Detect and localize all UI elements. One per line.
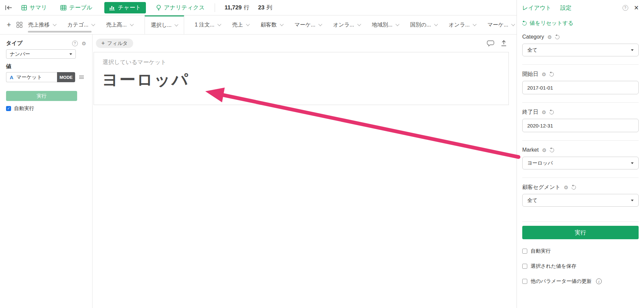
reset-values-label: 値をリセットする (530, 20, 574, 27)
aggregation-mode-badge[interactable]: MODE (57, 72, 75, 82)
chart-tab[interactable]: 国別の... (410, 15, 437, 34)
table-grid-icon (60, 5, 66, 10)
chart-config-sidebar: タイプ ? ⚙ ナンバー 値 A マーケット MODE 実行 ✓ 自動実行 (0, 35, 93, 308)
close-icon[interactable]: × (634, 4, 639, 12)
gear-icon[interactable]: ⚙ (542, 110, 546, 115)
chevron-down-icon[interactable] (246, 22, 250, 26)
sidebar-run-button[interactable]: 実行 (6, 91, 77, 101)
chart-tab[interactable]: 地域別... (372, 15, 399, 34)
save-selected-values-checkbox[interactable] (522, 264, 527, 269)
autorun-checkbox[interactable]: ✓ (6, 106, 11, 111)
chevron-down-icon[interactable] (512, 22, 515, 26)
tab-table[interactable]: テーブル (60, 4, 92, 11)
refresh-icon[interactable] (554, 34, 560, 40)
chevron-down-icon[interactable] (280, 22, 283, 26)
add-filter-button[interactable]: + フィルタ (96, 39, 133, 48)
chart-tab[interactable]: オンラ... (449, 15, 476, 34)
chart-tab-label: カテゴ... (67, 21, 88, 29)
chart-tab-label: 1 注文... (195, 21, 214, 29)
panel-tab-settings[interactable]: 設定 (560, 4, 572, 12)
chart-tab-active[interactable]: 選択し... (145, 15, 184, 34)
chevron-down-icon[interactable] (217, 22, 221, 26)
gear-icon[interactable]: ⚙ (542, 72, 546, 77)
param-select-market[interactable]: ヨーロッパ (522, 157, 639, 169)
back-arrow-icon (5, 4, 13, 11)
chart-tab[interactable]: マーケ... (487, 15, 515, 34)
chevron-down-icon[interactable] (434, 22, 438, 26)
chevron-down-icon[interactable] (130, 22, 133, 26)
tab-chart-label: チャート (118, 4, 141, 11)
param-value-category: 全て (527, 47, 537, 53)
row-unit: 行 (244, 4, 249, 11)
caret-down-icon (631, 49, 634, 51)
chart-tab-label: 選択し... (151, 22, 172, 29)
chart-tab[interactable]: 売上 (232, 15, 249, 34)
chevron-down-icon[interactable] (53, 22, 56, 26)
refresh-icon[interactable] (549, 147, 555, 153)
refresh-icon[interactable] (571, 184, 577, 190)
add-chart-button[interactable]: + (7, 21, 11, 29)
autorun-label: 自動実行 (531, 248, 551, 254)
chevron-down-icon[interactable] (319, 22, 322, 26)
value-label: 値 (6, 63, 11, 70)
tabstrip-scrollbar[interactable] (28, 31, 92, 33)
section-divider (522, 221, 639, 222)
param-select-category[interactable]: 全て (522, 44, 639, 56)
chevron-down-icon[interactable] (175, 22, 178, 26)
section-divider (522, 64, 639, 65)
gear-icon[interactable]: ⚙ (82, 41, 86, 46)
chart-tab-label: 売上高... (106, 21, 126, 29)
param-value-customer-segment: 全て (527, 197, 537, 204)
caret-down-icon (69, 53, 72, 55)
chevron-down-icon[interactable] (395, 22, 399, 26)
dashboard-grid-icon (16, 22, 22, 28)
chart-tab[interactable]: オンラ... (333, 15, 360, 34)
param-input-start-date[interactable] (522, 81, 639, 94)
panel-tab-layout[interactable]: レイアウト (522, 4, 551, 12)
chart-tab[interactable]: マーケ... (294, 15, 322, 34)
type-select[interactable]: ナンバー (6, 49, 76, 59)
chevron-down-icon[interactable] (473, 22, 477, 26)
refresh-icon[interactable] (549, 71, 555, 77)
update-other-params-checkbox[interactable] (522, 279, 527, 284)
tab-analytics[interactable]: アナリティクス (156, 4, 205, 11)
value-field-name: マーケット (16, 74, 42, 81)
card-value: ヨーロッパ (102, 69, 508, 91)
chart-tab[interactable]: 売上高... (106, 15, 133, 34)
drag-handle-icon[interactable] (79, 75, 84, 79)
gear-icon[interactable]: ⚙ (547, 35, 552, 40)
chart-tab[interactable]: 1 注文... (195, 15, 221, 34)
param-label-market: Market (522, 147, 539, 153)
caret-down-icon (631, 200, 634, 201)
gear-icon[interactable]: ⚙ (564, 185, 568, 190)
help-icon[interactable]: ? (72, 41, 78, 46)
collapse-back-icon[interactable] (5, 4, 13, 11)
refresh-icon[interactable] (549, 109, 555, 115)
info-icon[interactable]: i (596, 278, 602, 284)
row-count: 11,729 (224, 4, 241, 11)
tab-summary[interactable]: サマリ (21, 4, 47, 11)
tab-chart[interactable]: チャート (104, 2, 146, 13)
chart-canvas: + フィルタ 選択しているマーケット ヨーロッパ (93, 35, 517, 308)
reset-values-button[interactable]: 値をリセットする (522, 19, 639, 27)
chevron-down-icon[interactable] (92, 22, 95, 26)
summary-grid-icon (21, 5, 27, 10)
param-value-market: ヨーロッパ (527, 160, 553, 166)
export-icon[interactable] (500, 40, 507, 47)
panel-run-button[interactable]: 実行 (522, 226, 639, 239)
gear-icon[interactable]: ⚙ (542, 148, 546, 153)
data-dimensions: 11,729 行 23 列 (224, 4, 279, 11)
autorun-checkbox[interactable] (522, 249, 527, 254)
chart-list-button[interactable] (16, 22, 22, 28)
chart-tab[interactable]: 顧客数 (261, 15, 283, 34)
chevron-down-icon[interactable] (357, 22, 361, 26)
comment-icon[interactable] (487, 40, 494, 47)
save-selected-values-label: 選択された値を保存 (531, 263, 576, 269)
help-icon[interactable]: ? (623, 5, 628, 11)
param-select-customer-segment[interactable]: 全て (522, 194, 639, 207)
param-input-end-date[interactable] (522, 119, 639, 132)
value-field[interactable]: A マーケット (6, 72, 57, 82)
text-type-icon: A (10, 74, 13, 80)
refresh-icon (521, 20, 527, 26)
chart-tab-label: オンラ... (333, 21, 354, 29)
